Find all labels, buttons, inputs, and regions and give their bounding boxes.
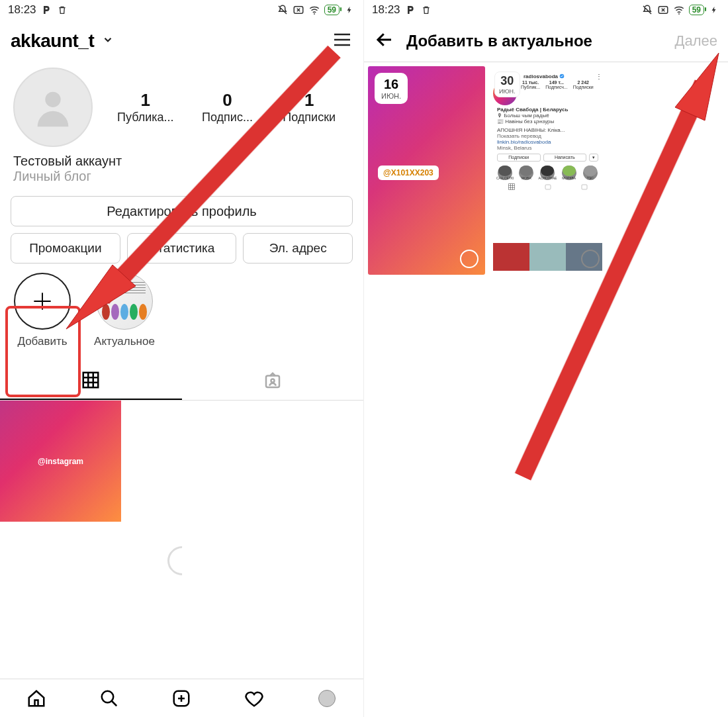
nav-profile-icon[interactable] [317, 689, 337, 708]
battery-indicator: 59 [689, 5, 704, 15]
trash-icon [420, 4, 432, 16]
edit-profile-button[interactable]: Редактировать профиль [11, 196, 353, 226]
profile-stats-row: 1 Публика... 0 Подпис... 1 Подписки [0, 62, 363, 147]
trash-icon [56, 4, 68, 16]
nav-create-icon[interactable] [171, 689, 191, 708]
bio: Тестовый аккаунт Личный блог [0, 147, 363, 184]
svg-point-1 [314, 13, 315, 15]
arrow-down-icon: ▾ [589, 154, 598, 162]
highlights-row: Добавить Актуальное [0, 263, 363, 348]
select-circle-icon[interactable] [581, 250, 600, 268]
email-button[interactable]: Эл. адрес [243, 233, 353, 263]
p-icon [40, 4, 52, 16]
chevron-down-icon[interactable] [102, 34, 114, 48]
bio-category: Личный блог [13, 169, 350, 184]
mute-icon [641, 4, 653, 16]
feed-tabs [0, 361, 363, 401]
story2-handle: radiosvaboda [523, 73, 558, 79]
add-highlight-header: Добавить в актуальное Далее [364, 20, 728, 62]
svg-point-2 [45, 92, 60, 107]
status-time: 18:23 [8, 3, 36, 17]
box-x-icon [293, 4, 304, 16]
charging-icon [343, 4, 355, 16]
nav-activity-icon[interactable] [244, 689, 264, 708]
bio-name: Тестовый аккаунт [13, 154, 350, 169]
highlight-cover [96, 273, 153, 330]
wifi-icon [308, 4, 320, 16]
mute-icon [277, 4, 289, 16]
nav-search-icon[interactable] [99, 689, 119, 708]
story-archive-grid: 16 ИЮН. @X101XX203 30 ИЮН. radiosvaboda … [364, 62, 728, 279]
avatar[interactable] [13, 68, 93, 147]
story-item-1[interactable]: 16 ИЮН. @X101XX203 [368, 66, 485, 275]
profile-header: akkaunt_t [0, 20, 363, 62]
status-bar: 18:23 59 [0, 0, 363, 20]
box-x-icon [657, 4, 669, 16]
charging-icon [708, 4, 720, 16]
plus-icon [14, 273, 71, 330]
svg-point-4 [271, 379, 274, 383]
page-title: Добавить в актуальное [406, 32, 592, 50]
stat-following[interactable]: 1 Подписки [268, 90, 350, 124]
grid-icon [508, 183, 516, 192]
svg-point-8 [678, 13, 680, 15]
stats-button[interactable]: Статистика [127, 233, 237, 263]
stat-followers[interactable]: 0 Подпис... [187, 90, 269, 124]
story-item-2[interactable]: 30 ИЮН. radiosvaboda ⋮ 11 тыс.Публик... … [489, 66, 606, 275]
status-bar: 18:23 59 [364, 0, 728, 20]
highlight-actual[interactable]: Актуальное [91, 273, 158, 348]
battery-indicator: 59 [324, 5, 340, 15]
loading-spinner [161, 540, 202, 581]
svg-point-5 [101, 691, 113, 702]
nav-home-icon[interactable] [26, 689, 46, 708]
promo-button[interactable]: Промоакции [11, 233, 120, 263]
tab-tagged[interactable] [182, 361, 364, 400]
post-thumbnail[interactable]: @instagram [0, 401, 121, 522]
back-icon[interactable] [375, 30, 394, 52]
profile-buttons: Редактировать профиль Промоакции Статист… [0, 184, 363, 263]
dots-icon: ⋮ [596, 73, 602, 80]
bottom-nav [0, 679, 363, 717]
select-circle-icon[interactable] [460, 250, 478, 268]
wifi-icon [673, 4, 685, 16]
menu-icon[interactable] [332, 29, 353, 53]
verified-icon [559, 73, 565, 80]
tab-grid[interactable] [0, 361, 182, 400]
phone-right-add-highlight: 18:23 59 Добавить в актуальное Далее 16 … [364, 0, 728, 717]
highlight-add[interactable]: Добавить [9, 273, 75, 348]
stat-posts[interactable]: 1 Публика... [105, 90, 187, 124]
feed: @instagram [0, 401, 363, 679]
story-date: 16 ИЮН. [375, 73, 408, 104]
story-date: 30 ИЮН. [494, 72, 520, 97]
story2-highlights: САЦ.СЕТКІ МОВА АСНОЎНАЕ МОРКВА ТЭС [496, 166, 600, 180]
status-time: 18:23 [372, 3, 400, 17]
svg-rect-11 [582, 185, 587, 189]
tagged-icon [580, 183, 588, 192]
igtv-icon [544, 183, 552, 192]
phone-left-profile: 18:23 59 akkaunt_t 1 Публика... [0, 0, 364, 717]
story2-name: Радыё Свабода | Беларусь [497, 107, 602, 113]
username[interactable]: akkaunt_t [11, 30, 94, 52]
svg-rect-10 [545, 185, 551, 189]
story-mention: @X101XX203 [378, 166, 439, 180]
p-icon [404, 4, 416, 16]
next-button[interactable]: Далее [675, 32, 717, 50]
